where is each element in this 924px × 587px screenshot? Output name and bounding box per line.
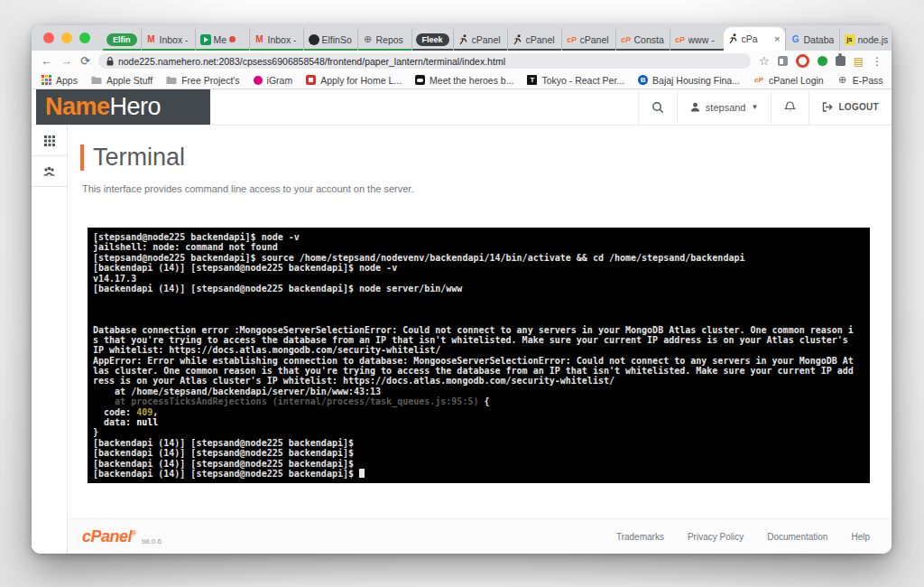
sidebar <box>32 126 68 554</box>
bookmark-item[interactable]: Free Project's <box>166 75 239 86</box>
sidebar-item-users[interactable] <box>32 156 67 187</box>
address-bar[interactable]: node225.namehero.net:2083/cpsess69068585… <box>98 53 751 69</box>
side-panel-icon[interactable] <box>778 56 788 66</box>
cpanel-icon: cP <box>621 34 632 45</box>
terminal-text: at processTicksAndRejections (internal/p… <box>93 396 478 406</box>
extension-icons: ☆ ▤ ⋮ <box>759 54 882 68</box>
bookmark-item[interactable]: Apps <box>41 75 78 86</box>
terminal-text: AppError: Error while establishing conne… <box>93 356 854 366</box>
terminal-line: at processTicksAndRejections (internal/p… <box>93 396 864 406</box>
node-icon: js <box>845 34 855 45</box>
terminal-text: [stepsand@node225 backendapi]$ node -v <box>93 232 300 242</box>
bookmark-item[interactable]: Apple Stuff <box>91 75 152 86</box>
bookmark-item[interactable]: BBajaj Housing Fina... <box>638 75 740 86</box>
search-icon <box>651 101 664 114</box>
meet-icon <box>200 34 211 45</box>
stack-extension-icon[interactable]: ▤ <box>854 56 864 67</box>
browser-tab[interactable]: cPanel <box>453 28 507 51</box>
footer-link[interactable]: Documentation <box>767 532 827 542</box>
browser-tab[interactable]: MInbox - <box>249 28 303 51</box>
reload-icon[interactable]: ⟳ <box>80 55 90 67</box>
browser-tab[interactable]: cPanel <box>507 28 561 51</box>
header-controls: stepsand ▼ LOGOUT <box>638 89 892 125</box>
browser-tab[interactable]: GDataba <box>785 28 839 51</box>
bookmark-item[interactable]: iGram <box>254 75 293 86</box>
terminal-line: Database connection error :MongooseServe… <box>93 325 864 335</box>
bookmark-item[interactable]: Apply for Home L... <box>306 75 402 86</box>
adblock-icon[interactable] <box>796 54 809 68</box>
bookmark-item[interactable]: cPcPanel Login <box>753 75 824 86</box>
cpanel-version: 98.0.6 <box>142 537 162 545</box>
bookmark-star-icon[interactable]: ☆ <box>759 54 770 68</box>
footer-link[interactable]: Help <box>851 532 870 542</box>
logout-button[interactable]: LOGOUT <box>808 89 892 125</box>
tab-label: Consta <box>634 34 664 45</box>
sidebar-item-tools[interactable] <box>32 126 67 156</box>
bookmark-label: E-Pass <box>853 75 883 86</box>
close-window-button[interactable] <box>43 33 54 43</box>
browser-tab[interactable]: ElfinSo <box>303 28 357 51</box>
forward-icon[interactable]: → <box>60 55 72 67</box>
site-footer: cPanel® 98.0.6 TrademarksPrivacy PolicyD… <box>68 518 892 554</box>
runner-icon <box>513 34 523 45</box>
browser-tab[interactable]: cPa× <box>724 27 785 51</box>
cpanel-logo[interactable]: cPanel® <box>82 527 136 546</box>
tab-group-chip[interactable]: Fleek <box>411 28 453 51</box>
terminal-text: jailshell: node: command not found <box>93 242 278 252</box>
cpanel-icon: cP <box>675 34 686 45</box>
status-extension-icon[interactable] <box>818 56 827 66</box>
browser-tab[interactable]: cPConsta <box>615 28 670 51</box>
terminal-line: [stepsand@node225 backendapi]$ node -v <box>93 232 864 242</box>
browser-tab[interactable]: cPwww - <box>670 28 724 51</box>
terminal-line: s that you're trying to access the datab… <box>93 335 864 345</box>
cpanel-icon: cP <box>567 34 578 45</box>
minimize-window-button[interactable] <box>61 33 72 43</box>
terminal-line: v14.17.3 <box>93 274 864 284</box>
bookmark-item[interactable]: TTokyo - React Per... <box>527 75 624 86</box>
igram-icon <box>254 76 263 85</box>
namehero-logo[interactable]: NameHero <box>36 89 210 125</box>
terminal-text: { <box>478 396 489 406</box>
page-content: NameHero stepsand ▼ <box>32 89 892 554</box>
terminal-emulator[interactable]: [stepsand@node225 backendapi]$ node -vja… <box>88 228 870 483</box>
user-menu[interactable]: stepsand ▼ <box>677 89 772 125</box>
back-icon[interactable]: ← <box>41 55 52 67</box>
browser-tab[interactable]: jsnode.js <box>839 28 892 51</box>
terminal-line: [backendapi (14)] [stepsand@node225 back… <box>93 469 864 479</box>
browser-tab[interactable]: ⊕Repos <box>357 28 411 51</box>
tab-label: cPanel <box>526 34 555 45</box>
tab-bar: ElfinMInbox -MeMInbox -ElfinSo⊕ReposFlee… <box>32 25 892 51</box>
tab-label: cPanel <box>580 34 609 45</box>
extensions-puzzle-icon[interactable] <box>836 56 845 66</box>
bookmark-label: Free Project's <box>181 75 239 86</box>
footer-link[interactable]: Trademarks <box>616 532 664 542</box>
terminal-line: AppError: Error while establishing conne… <box>93 356 864 366</box>
terminal-text: [backendapi (14)] [stepsand@node225 back… <box>93 438 354 448</box>
footer-link[interactable]: Privacy Policy <box>688 532 744 542</box>
folder-icon <box>91 75 102 86</box>
search-button[interactable] <box>638 89 677 125</box>
bookmark-label: cPanel Login <box>769 75 824 86</box>
bookmark-item[interactable]: ⊕E-Pass <box>837 75 883 86</box>
red-square-icon <box>306 75 316 85</box>
terminal-text: las cluster. One common reason is that y… <box>93 366 854 376</box>
tab-label: cPanel <box>472 34 501 45</box>
github-icon <box>309 34 319 45</box>
tab-label: Me <box>214 34 227 45</box>
browser-menu-icon[interactable]: ⋮ <box>872 55 882 68</box>
browser-tab[interactable]: Me <box>195 28 249 51</box>
notifications-button[interactable] <box>771 89 808 125</box>
zoom-window-button[interactable] <box>79 33 90 43</box>
tab-label: cPa <box>742 33 758 44</box>
username: stepsand <box>706 102 746 113</box>
terminal-line: [backendapi (14)] [stepsand@node225 back… <box>93 448 864 458</box>
tab-close-icon[interactable]: × <box>774 33 780 44</box>
tab-label: ElfinSo <box>322 34 352 45</box>
browser-tab[interactable]: MInbox - <box>141 28 195 51</box>
tab-group-chip[interactable]: Elfin <box>103 28 141 51</box>
bookmark-label: Tokyo - React Per... <box>541 75 624 86</box>
terminal-text: code: <box>93 407 136 417</box>
video-icon <box>415 75 425 85</box>
browser-tab[interactable]: cPcPanel <box>561 28 615 51</box>
bookmark-item[interactable]: Meet the heroes b... <box>415 75 513 86</box>
